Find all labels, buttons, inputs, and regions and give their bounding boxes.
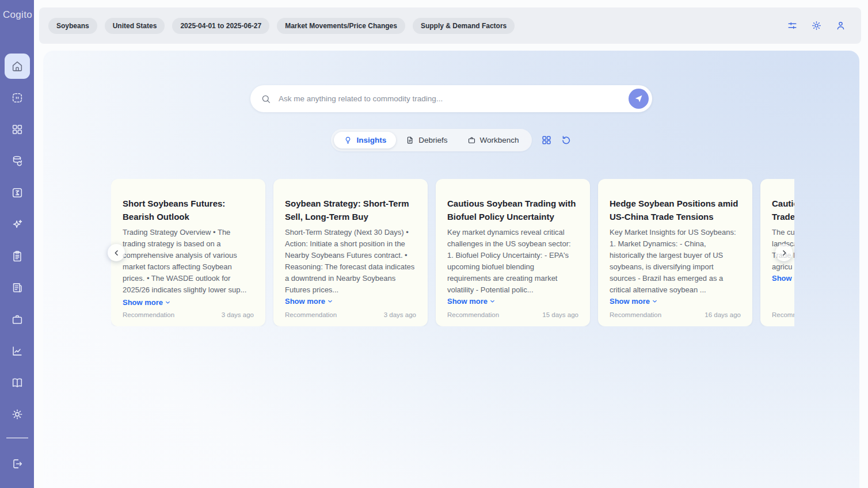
filter-settings-button[interactable] [787,20,798,31]
tab-workbench[interactable]: Workbench [458,132,529,148]
chevron-down-icon [327,298,333,304]
sidebar-item-news[interactable] [5,275,30,300]
sidebar-item-formulas[interactable] [5,180,30,205]
theme-sun-icon [811,20,822,31]
tab-insights[interactable]: Insights [334,132,396,148]
briefcase-icon [11,313,24,326]
theme-toggle-button[interactable] [811,20,822,31]
sidebar-item-data-sync[interactable] [5,148,30,174]
show-more-link[interactable]: Show more [610,297,658,306]
sidebar-divider [6,437,28,439]
document-icon [406,136,414,144]
logout-icon [11,458,24,470]
topbar-actions [787,20,861,31]
card-body: Trading Strategy Overview • The trading … [123,227,254,308]
card-timestamp: 15 days ago [542,311,578,318]
send-button[interactable] [629,89,649,109]
card-footer: Recommendation [772,311,794,318]
refresh-button[interactable] [561,135,572,146]
show-more-link[interactable]: Show more [123,297,171,308]
user-profile-button[interactable] [835,20,846,31]
sigma-icon [11,186,24,199]
insight-card[interactable]: Soybean Strategy: Short-Term Sell, Long-… [273,179,428,326]
show-more-link[interactable]: Show more [772,274,794,283]
sidebar-nav [5,54,30,483]
sidebar-item-dashboard[interactable] [5,117,30,142]
tabs-row: Insights Debriefs Workbench [43,129,859,151]
card-title: Hedge Soybean Positions amid US-China Tr… [610,197,741,224]
card-footer: Recommendation 3 days ago [285,311,416,318]
grid-view-button[interactable] [541,135,552,146]
filter-chip-date-range[interactable]: 2025-04-01 to 2025-06-27 [172,18,269,34]
card-title: Soybean Strategy: Short-Term Sell, Long-… [285,197,416,224]
insight-card[interactable]: Hedge Soybean Positions amid US-China Tr… [598,179,752,326]
refresh-icon [561,135,572,146]
tab-group: Insights Debriefs Workbench [331,129,531,151]
sidebar-item-scan[interactable] [5,85,30,110]
card-body: Key Market Insights for US Soybeans: 1. … [610,227,741,296]
view-actions [541,135,572,146]
filter-chip-commodity[interactable]: Soybeans [48,18,97,34]
chevron-right-icon [780,249,789,257]
sidebar: Cogito [0,0,34,488]
top-filter-bar: Soybeans United States 2025-04-01 to 202… [39,7,861,44]
insight-card[interactable]: Short Soybeans Futures: Bearish Outlook … [111,179,265,326]
book-icon [11,376,24,389]
filter-chip-topic-2[interactable]: Supply & Demand Factors [413,18,515,34]
card-tag: Recommendation [285,311,337,318]
filter-chip-region[interactable]: United States [105,18,165,34]
carousel-track: Short Soybeans Futures: Bearish Outlook … [111,179,794,326]
chevron-down-icon [165,299,171,306]
card-footer: Recommendation 3 days ago [123,311,254,318]
card-timestamp: 16 days ago [705,311,741,318]
user-icon [835,20,846,31]
card-timestamp: 3 days ago [222,311,254,318]
sidebar-item-ai[interactable] [5,212,30,237]
lightbulb-icon [344,136,352,144]
card-body: Short-Term Strategy (Next 30 Days) • Act… [285,227,416,296]
grid-view-icon [541,135,552,146]
tab-label: Insights [356,136,386,144]
sidebar-item-settings[interactable] [5,402,30,427]
card-tag: Recommendation [610,311,661,318]
tab-debriefs[interactable]: Debriefs [396,132,457,148]
card-tag: Recommendation [447,311,499,318]
home-icon [11,60,24,73]
settings-icon [11,408,24,421]
search-input[interactable] [277,94,629,104]
carousel-next-button[interactable] [775,244,793,261]
chart-icon [11,345,24,357]
sliders-icon [787,20,798,31]
sidebar-item-portfolio[interactable] [5,307,30,332]
main-content: Insights Debriefs Workbench [43,51,859,488]
chevron-left-icon [112,249,121,257]
sidebar-item-analytics[interactable] [5,338,30,364]
news-icon [11,281,24,294]
card-footer: Recommendation 15 days ago [447,311,578,318]
workbench-icon [467,136,476,144]
search-bar [250,85,652,112]
carousel-prev-button[interactable] [108,244,125,261]
sidebar-item-logout[interactable] [5,451,30,476]
insights-carousel: Short Soybeans Futures: Bearish Outlook … [111,179,794,326]
clipboard-icon [11,250,24,262]
card-title: Cautious Trade Un [772,197,794,224]
sidebar-item-tasks[interactable] [5,243,30,269]
carousel-clip: Short Soybeans Futures: Bearish Outlook … [111,179,794,326]
card-tag: Recommendation [772,311,794,318]
show-more-link[interactable]: Show more [447,297,496,306]
send-plane-icon [634,94,644,104]
card-timestamp: 3 days ago [384,311,416,318]
sidebar-item-home[interactable] [5,54,30,79]
sidebar-item-knowledge[interactable] [5,370,30,395]
card-title: Cautious Soybean Trading with Biofuel Po… [447,197,578,224]
show-more-link[interactable]: Show more [285,297,333,306]
database-sync-icon [11,155,24,167]
chevron-down-icon [652,298,658,304]
insight-card[interactable]: Cautious Soybean Trading with Biofuel Po… [436,179,590,326]
card-tag: Recommendation [123,311,174,318]
filter-chip-topic-1[interactable]: Market Movements/Price Changes [277,18,405,34]
app-logo: Cogito [0,0,34,21]
dashboard-icon [11,123,24,136]
sparkles-icon [11,218,24,231]
